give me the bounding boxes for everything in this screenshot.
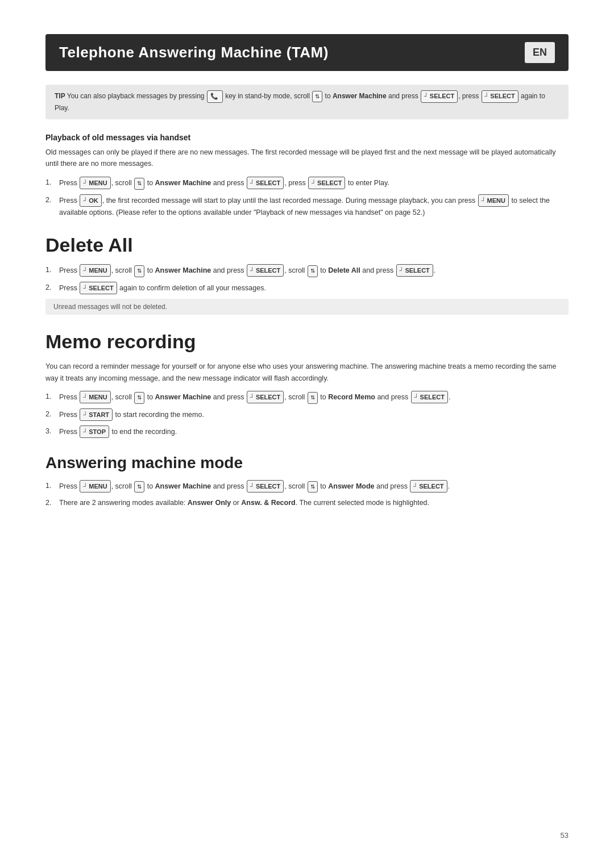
step-num: 2. <box>45 194 59 219</box>
step-content: Press ┘OK , the first recorded message w… <box>59 194 569 219</box>
select-btn-d1b: ┘SELECT <box>396 264 433 277</box>
step-content: Press ┘MENU , scroll ⇅ to Answer Machine… <box>59 264 569 277</box>
step-content: Press ┘MENU , scroll ⇅ to Answer Machine… <box>59 480 569 493</box>
delete-step-1: 1. Press ┘MENU , scroll ⇅ to Answer Mach… <box>45 264 569 277</box>
menu-btn-m1: ┘MENU <box>80 391 110 403</box>
select-btn-a1a: ┘SELECT <box>247 480 284 493</box>
select-btn-p1a: ┘SELECT <box>247 177 284 189</box>
memo-step-2: 2. Press ┘START to start recording the m… <box>45 408 569 421</box>
note-text: Unread messages will not be deleted. <box>53 303 167 311</box>
memo-description: You can record a reminder message for yo… <box>45 361 569 384</box>
select-btn-d1a: ┘SELECT <box>247 264 284 277</box>
step-content: Press ┘STOP to end the recording. <box>59 425 569 438</box>
step-num: 2. <box>45 408 59 421</box>
step-content: Press ┘START to start recording the memo… <box>59 408 569 421</box>
tip-box: TIP You can also playback messages by pr… <box>45 85 569 119</box>
page-number: 53 <box>561 831 569 840</box>
delete-all-section: Delete All 1. Press ┘MENU , scroll ⇅ to … <box>45 234 569 315</box>
memo-section: Memo recording You can record a reminder… <box>45 331 569 438</box>
scroll-icon-a1a: ⇅ <box>134 481 144 493</box>
step-num: 1. <box>45 177 59 190</box>
step-num: 2. <box>45 497 59 509</box>
step-num: 2. <box>45 282 59 294</box>
memo-step-1: 1. Press ┘MENU , scroll ⇅ to Answer Mach… <box>45 391 569 404</box>
step-content: Press ┘MENU , scroll ⇅ to Answer Machine… <box>59 177 569 190</box>
scroll-icon-d1: ⇅ <box>134 265 144 277</box>
ok-btn-p2: ┘OK <box>80 194 101 207</box>
scroll-icon-d1b: ⇅ <box>308 265 318 277</box>
answering-mode-section: Answering machine mode 1. Press ┘MENU , … <box>45 454 569 509</box>
step-content: There are 2 answering modes available: A… <box>59 497 569 509</box>
playback-section: Playback of old messages via handset Old… <box>45 133 569 219</box>
select-btn-tip2: ┘SELECT <box>482 90 518 103</box>
menu-btn-a1: ┘MENU <box>80 480 110 493</box>
delete-step-2: 2. Press ┘SELECT again to confirm deleti… <box>45 282 569 294</box>
memo-heading: Memo recording <box>45 331 569 353</box>
memo-step-3: 3. Press ┘STOP to end the recording. <box>45 425 569 438</box>
delete-all-heading: Delete All <box>45 234 569 256</box>
unread-note: Unread messages will not be deleted. <box>45 299 569 315</box>
playback-step-1: 1. Press ┘MENU , scroll ⇅ to Answer Mach… <box>45 177 569 190</box>
start-btn-m2: ┘START <box>80 408 113 421</box>
header-bar: Telephone Answering Machine (TAM) EN <box>45 34 569 71</box>
menu-btn-p2: ┘MENU <box>478 194 509 207</box>
select-btn-m1b: ┘SELECT <box>411 391 448 403</box>
scroll-icon-m1a: ⇅ <box>134 392 144 404</box>
menu-btn-p1: ┘MENU <box>80 177 110 189</box>
scroll-icon-p1: ⇅ <box>134 178 144 190</box>
page-title: Telephone Answering Machine (TAM) <box>59 44 329 61</box>
answering-mode-heading: Answering machine mode <box>45 454 569 472</box>
language-badge: EN <box>525 42 555 63</box>
step-num: 1. <box>45 391 59 404</box>
answering-mode-step-2: 2. There are 2 answering modes available… <box>45 497 569 509</box>
playback-heading: Playback of old messages via handset <box>45 133 569 142</box>
stop-btn-m3: ┘STOP <box>80 425 109 438</box>
menu-btn-d1: ┘MENU <box>80 264 110 277</box>
select-btn-d2: ┘SELECT <box>80 282 117 294</box>
tip-label: TIP <box>55 92 65 100</box>
select-btn-p1b: ┘SELECT <box>308 177 345 189</box>
step-content: Press ┘MENU , scroll ⇅ to Answer Machine… <box>59 391 569 404</box>
step-num: 1. <box>45 264 59 277</box>
scroll-icon-a1b: ⇅ <box>308 481 318 493</box>
select-btn-a1b: ┘SELECT <box>410 480 447 493</box>
step-content: Press ┘SELECT again to confirm deletion … <box>59 282 569 294</box>
playback-step-2: 2. Press ┘OK , the first recorded messag… <box>45 194 569 219</box>
step-num: 3. <box>45 425 59 438</box>
scroll-icon-tip: ⇅ <box>312 91 322 102</box>
playback-description: Old messages can only be played if there… <box>45 147 569 170</box>
step-num: 1. <box>45 480 59 493</box>
phone-key-icon: 📞 <box>207 90 223 103</box>
scroll-icon-m1b: ⇅ <box>308 392 318 404</box>
select-btn-m1a: ┘SELECT <box>247 391 284 403</box>
select-btn-tip1: ┘SELECT <box>421 90 458 103</box>
answering-mode-step-1: 1. Press ┘MENU , scroll ⇅ to Answer Mach… <box>45 480 569 493</box>
